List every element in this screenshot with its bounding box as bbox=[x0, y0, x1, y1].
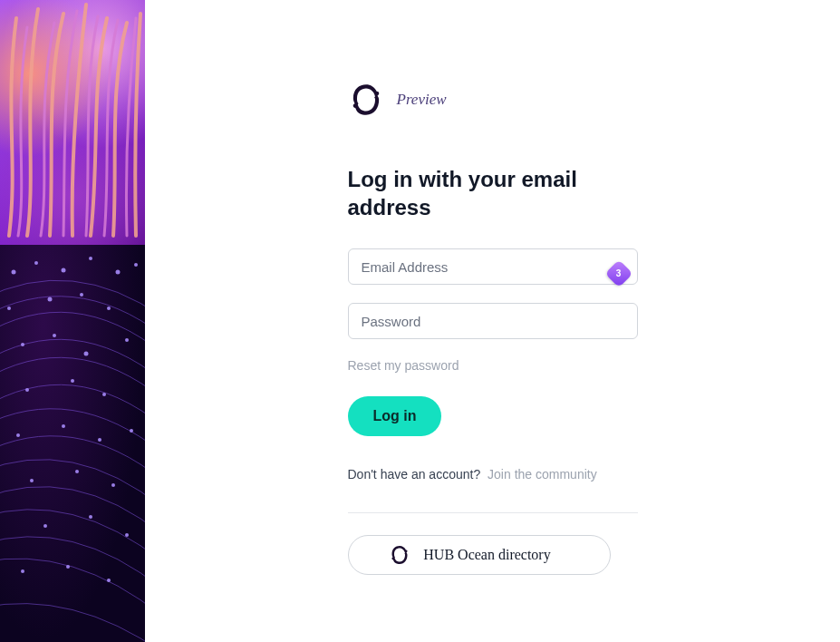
svg-point-14 bbox=[25, 388, 29, 392]
svg-point-2 bbox=[62, 268, 66, 273]
svg-point-15 bbox=[71, 379, 74, 383]
svg-point-11 bbox=[53, 334, 56, 337]
login-heading: Log in with your email address bbox=[348, 165, 638, 221]
brand-row: Preview bbox=[348, 82, 638, 118]
svg-point-25 bbox=[89, 515, 92, 519]
svg-point-27 bbox=[21, 569, 24, 573]
svg-point-23 bbox=[111, 483, 115, 487]
signup-prompt: Don't have an account? bbox=[348, 467, 481, 482]
login-panel: Preview Log in with your email address 3… bbox=[348, 82, 638, 642]
reset-password-link[interactable]: Reset my password bbox=[348, 358, 459, 373]
svg-point-28 bbox=[66, 565, 70, 569]
brand-logo-small-icon bbox=[389, 544, 410, 566]
network-illustration bbox=[0, 245, 145, 642]
coral-illustration bbox=[0, 0, 145, 245]
svg-point-7 bbox=[48, 297, 53, 302]
svg-point-21 bbox=[30, 479, 34, 482]
section-divider bbox=[348, 512, 638, 513]
svg-point-26 bbox=[125, 533, 129, 537]
svg-point-6 bbox=[7, 306, 11, 310]
artwork-top bbox=[0, 0, 145, 245]
preview-label: Preview bbox=[397, 91, 447, 109]
svg-point-19 bbox=[98, 438, 101, 442]
svg-point-8 bbox=[80, 293, 83, 297]
email-input[interactable] bbox=[348, 248, 638, 285]
hub-ocean-directory-button[interactable]: HUB Ocean directory bbox=[348, 535, 611, 575]
signup-row: Don't have an account? Join the communit… bbox=[348, 467, 638, 482]
directory-button-label: HUB Ocean directory bbox=[423, 547, 550, 563]
svg-point-5 bbox=[134, 263, 138, 267]
svg-point-3 bbox=[89, 257, 92, 260]
svg-point-13 bbox=[125, 338, 129, 342]
svg-point-20 bbox=[130, 429, 133, 433]
svg-point-9 bbox=[107, 306, 111, 310]
password-field-wrap bbox=[348, 303, 638, 357]
email-field-wrap: 3 bbox=[348, 248, 638, 303]
svg-point-1 bbox=[34, 261, 38, 265]
svg-point-17 bbox=[16, 433, 20, 437]
side-artwork bbox=[0, 0, 145, 642]
brand-logo-icon bbox=[348, 82, 384, 118]
artwork-bottom bbox=[0, 245, 145, 642]
svg-point-22 bbox=[75, 470, 79, 473]
svg-point-0 bbox=[12, 270, 16, 275]
join-community-link[interactable]: Join the community bbox=[488, 467, 597, 482]
svg-point-12 bbox=[84, 352, 89, 356]
svg-point-29 bbox=[107, 579, 111, 582]
main-content: Preview Log in with your email address 3… bbox=[145, 0, 840, 642]
svg-point-10 bbox=[21, 343, 24, 346]
page-layout: Preview Log in with your email address 3… bbox=[0, 0, 840, 642]
login-button[interactable]: Log in bbox=[348, 396, 442, 436]
password-input[interactable] bbox=[348, 303, 638, 339]
svg-point-4 bbox=[116, 270, 121, 275]
svg-point-18 bbox=[62, 424, 65, 428]
svg-point-24 bbox=[43, 524, 47, 528]
svg-point-16 bbox=[102, 393, 106, 396]
